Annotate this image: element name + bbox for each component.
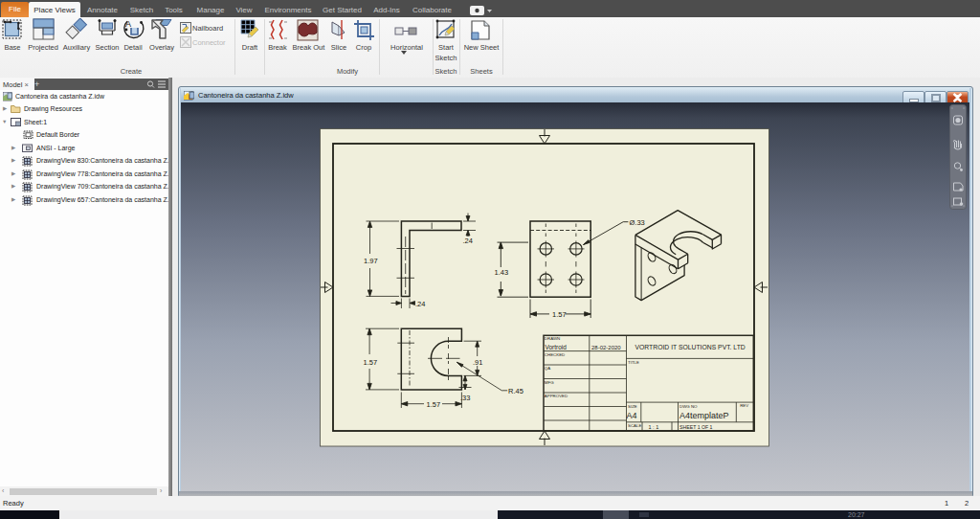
svg-text:R.45: R.45 (508, 387, 523, 395)
svg-text:Ø.33: Ø.33 (630, 218, 645, 227)
svg-text:APPROVED: APPROVED (545, 394, 568, 398)
svg-text:QA: QA (545, 366, 550, 371)
svg-text:1.43: 1.43 (495, 268, 509, 277)
svg-text:SIZE: SIZE (628, 404, 637, 409)
svg-text:1.57: 1.57 (364, 358, 378, 367)
svg-text:MFG: MFG (545, 380, 554, 385)
svg-text:DRAWN: DRAWN (545, 336, 560, 341)
svg-text:REV: REV (740, 403, 748, 408)
svg-text:.24: .24 (415, 300, 425, 308)
svg-text:.33: .33 (460, 394, 470, 402)
svg-text:.24: .24 (463, 237, 473, 245)
svg-text:28-02-2020: 28-02-2020 (591, 345, 621, 350)
svg-text:A4: A4 (627, 411, 637, 420)
svg-text:A4templateP: A4templateP (679, 411, 729, 420)
svg-text:Vortroid: Vortroid (546, 344, 568, 350)
svg-text:1 : 1: 1 : 1 (649, 424, 659, 430)
svg-text:DWG NO: DWG NO (679, 404, 698, 409)
svg-text:1.57: 1.57 (552, 310, 567, 319)
svg-text:A: A (125, 19, 131, 29)
svg-text:SCALE: SCALE (628, 423, 641, 428)
svg-text:1.97: 1.97 (364, 257, 378, 265)
svg-text:SHEET 1 OF 1: SHEET 1 OF 1 (679, 424, 713, 430)
svg-text:.91: .91 (473, 358, 482, 367)
svg-text:1.57: 1.57 (427, 400, 441, 409)
svg-text:CHECKED: CHECKED (545, 352, 565, 357)
svg-text:TITLE: TITLE (628, 360, 639, 365)
svg-text:VORTROID IT SOLUTIONS PVT. LTD: VORTROID IT SOLUTIONS PVT. LTD (635, 344, 746, 350)
